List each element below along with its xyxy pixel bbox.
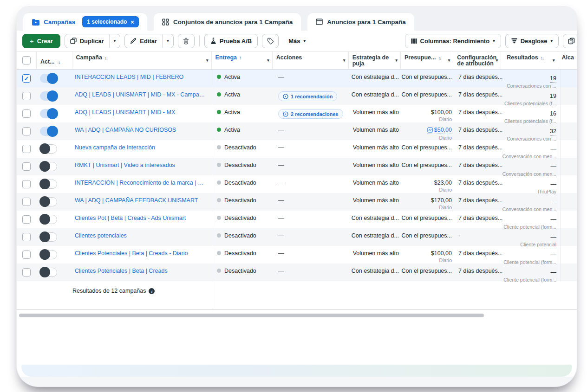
campaign-name-link[interactable]: RMKT | Unismart | Video a interesados bbox=[75, 162, 175, 168]
campaign-active-toggle[interactable] bbox=[40, 180, 57, 189]
row-checkbox[interactable] bbox=[22, 233, 31, 241]
results-cell: —Conversación con men... bbox=[503, 193, 561, 211]
col-header-actions[interactable]: Acciones ▾ bbox=[272, 51, 348, 69]
edit-button[interactable]: Editar ▾ bbox=[124, 34, 173, 48]
tab-campaigns[interactable]: Campañas 1 seleccionado × bbox=[23, 13, 147, 31]
header-select-all[interactable] bbox=[17, 51, 36, 69]
tab-ads[interactable]: Anuncios para 1 Campaña bbox=[307, 13, 414, 31]
row-checkbox[interactable] bbox=[22, 74, 31, 83]
attribution-cell: 7 días después... bbox=[456, 122, 503, 140]
recommendation-pill[interactable]: 1 recomendación bbox=[278, 91, 337, 101]
row-checkbox[interactable] bbox=[22, 162, 31, 171]
table-row: WA | ADQ | CAMPAÑA FEEDBACK UNISMART Des… bbox=[17, 193, 577, 211]
campaign-name-link[interactable]: Clientes Potenciales | Beta | Creads bbox=[75, 268, 168, 274]
columns-caret-icon: ▾ bbox=[493, 39, 495, 43]
tag-button[interactable] bbox=[262, 34, 279, 48]
info-icon[interactable]: i bbox=[149, 288, 155, 294]
delete-button[interactable] bbox=[178, 34, 195, 48]
row-checkbox-cell bbox=[17, 87, 36, 105]
campaign-active-toggle[interactable] bbox=[40, 162, 57, 171]
caret-down-icon[interactable]: ▾ bbox=[343, 58, 346, 64]
caret-down-icon[interactable]: ▾ bbox=[206, 58, 209, 64]
duplicate-caret[interactable]: ▾ bbox=[109, 34, 120, 48]
col-header-attribution[interactable]: Configuración de atribución ▾ bbox=[453, 51, 501, 69]
row-checkbox[interactable] bbox=[22, 127, 31, 135]
more-button[interactable]: Más ▾ bbox=[283, 34, 311, 48]
sort-icon: ↑↓ bbox=[104, 55, 108, 61]
row-checkbox[interactable] bbox=[22, 251, 31, 259]
campaign-name-link[interactable]: WA | ADQ | CAMPAÑA FEEDBACK UNISMART bbox=[75, 197, 198, 204]
attribution-cell: 7 días después... bbox=[456, 105, 503, 122]
row-checkbox[interactable] bbox=[22, 198, 31, 206]
col-header-results[interactable]: Resultados ↑↓ ▾ bbox=[501, 51, 557, 69]
row-checkbox[interactable] bbox=[22, 268, 31, 276]
status-dot-icon bbox=[217, 128, 221, 132]
attribution-cell: 7 días después... bbox=[456, 246, 503, 263]
row-checkbox[interactable] bbox=[22, 109, 31, 118]
row-checkbox[interactable] bbox=[22, 145, 31, 153]
no-action-dash: — bbox=[278, 197, 284, 204]
campaign-active-toggle[interactable] bbox=[40, 215, 57, 224]
actions-cell: 1 recomendación bbox=[274, 87, 350, 105]
horizontal-scrollbar[interactable] bbox=[19, 314, 484, 317]
row-toggle-cell bbox=[36, 211, 72, 228]
row-checkbox[interactable] bbox=[22, 215, 31, 224]
campaign-name-link[interactable]: Nueva campaña de Interacción bbox=[75, 144, 155, 151]
campaign-name-link[interactable]: Clientes Potenciales | Beta | Creads - D… bbox=[75, 250, 188, 257]
clear-selection-icon[interactable]: × bbox=[130, 19, 134, 25]
ab-test-button[interactable]: Prueba A/B bbox=[204, 34, 258, 48]
budget-edit-link[interactable]: $50,00 bbox=[427, 127, 452, 134]
caret-down-icon[interactable]: ▾ bbox=[396, 58, 398, 64]
trash-icon bbox=[183, 38, 189, 45]
campaign-active-toggle[interactable] bbox=[40, 197, 57, 206]
campaign-active-toggle[interactable] bbox=[40, 144, 57, 154]
row-checkbox[interactable] bbox=[22, 180, 31, 188]
caret-down-icon[interactable]: ▾ bbox=[553, 58, 555, 64]
campaign-name-link[interactable]: ADQ | LEADS | UNISMART | MID - MX - Camp… bbox=[75, 91, 207, 98]
campaign-name-link[interactable]: ADQ | LEADS | UNISMART | MID - MX bbox=[75, 109, 175, 116]
tab-ad-sets[interactable]: Conjuntos de anuncios para 1 Campaña bbox=[154, 13, 301, 31]
budget-cell: $23,00Diario bbox=[403, 175, 456, 193]
row-checkbox-cell bbox=[17, 105, 36, 122]
campaign-active-toggle[interactable] bbox=[40, 127, 57, 136]
select-all-checkbox[interactable] bbox=[22, 56, 31, 64]
create-button[interactable]: + Crear bbox=[22, 34, 60, 48]
campaign-name-link[interactable]: Clientes potenciales bbox=[75, 232, 127, 239]
actions-cell: — bbox=[274, 122, 350, 140]
row-checkbox-cell bbox=[17, 246, 36, 263]
campaign-active-toggle[interactable] bbox=[40, 91, 57, 101]
campaign-active-toggle[interactable] bbox=[40, 109, 57, 118]
caret-down-icon[interactable]: ▾ bbox=[448, 58, 450, 64]
status-dot-icon bbox=[217, 198, 221, 202]
breakdown-button[interactable]: Desglose ▾ bbox=[505, 34, 559, 48]
col-header-active[interactable]: Act... ↑↓ bbox=[36, 51, 72, 69]
toolbar: + Crear Duplicar ▾ Editar ▾ Prueba A/B bbox=[17, 31, 577, 51]
col-header-budget[interactable]: Presupue... ↑↓ ▾ bbox=[400, 51, 453, 69]
row-checkbox[interactable] bbox=[22, 92, 31, 100]
caret-down-icon[interactable]: ▾ bbox=[267, 58, 269, 64]
campaign-active-toggle[interactable] bbox=[40, 250, 57, 259]
campaign-name-link[interactable]: WA | ADQ | CAMPAÑA NO CURIOSOS bbox=[75, 127, 176, 133]
campaign-active-toggle[interactable] bbox=[40, 268, 57, 277]
selected-count-badge[interactable]: 1 seleccionado × bbox=[82, 16, 139, 27]
campaign-active-toggle[interactable] bbox=[40, 74, 57, 83]
edit-caret[interactable]: ▾ bbox=[162, 34, 173, 48]
campaign-active-toggle[interactable] bbox=[40, 232, 57, 242]
campaign-name-link[interactable]: Clientes Pot | Beta | Creads - Ads Unism… bbox=[75, 215, 186, 221]
recommendation-pill[interactable]: 2 recomendaciones bbox=[278, 109, 343, 119]
caret-down-icon[interactable]: ▾ bbox=[496, 58, 498, 64]
bid-strategy-cell: Con estrategia d... bbox=[350, 211, 403, 228]
col-header-reach[interactable]: Alca bbox=[558, 51, 577, 69]
columns-button[interactable]: Columnas: Rendimiento ▾ bbox=[405, 34, 501, 48]
campaign-name-link[interactable]: INTERACCION | Reconocimiento de la marca… bbox=[75, 180, 207, 186]
campaign-name-link[interactable]: INTERACCIÓN LEADS | MID | FEBRERO bbox=[75, 74, 183, 80]
col-header-bid-strategy[interactable]: Estrategia de puja ▾ bbox=[348, 51, 400, 69]
col-header-delivery[interactable]: Entrega ↑ ▾ bbox=[211, 51, 272, 69]
reports-button[interactable] bbox=[563, 34, 577, 48]
col-header-campaign[interactable]: Campaña ↑↓ ▾ bbox=[72, 51, 211, 69]
duplicate-button[interactable]: Duplicar ▾ bbox=[65, 34, 121, 48]
budget-cell: Con el presupues... bbox=[403, 211, 456, 228]
result-value-link[interactable]: 32 bbox=[550, 128, 556, 135]
result-value-link[interactable]: 19 bbox=[550, 75, 556, 83]
bid-strategy-cell: Volumen más alto bbox=[350, 193, 403, 211]
